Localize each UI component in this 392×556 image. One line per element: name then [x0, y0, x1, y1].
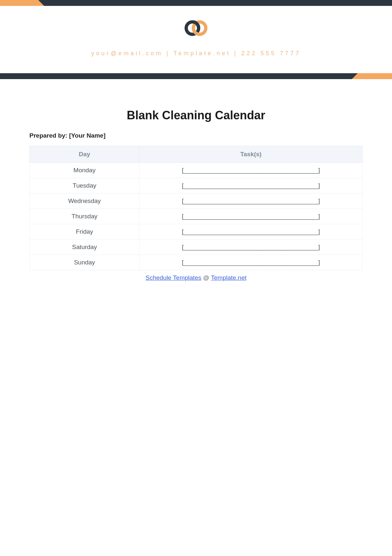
table-header-row: Day Task(s): [30, 146, 363, 163]
contact-info-line: your@email.com | Template.net | 222 555 …: [0, 50, 392, 57]
table-row: Tuesday [_______________________________…: [30, 178, 363, 194]
top-bar-orange-segment: [0, 0, 39, 6]
mid-decorative-bar: [0, 73, 392, 79]
schedule-templates-link[interactable]: Schedule Templates: [145, 274, 201, 281]
cell-task[interactable]: [_______________________________________…: [139, 163, 363, 178]
footer-attribution: Schedule Templates @ Template.net: [29, 274, 363, 281]
table-row: Wednesday [_____________________________…: [30, 194, 363, 209]
top-bar-dark-segment: [44, 0, 392, 6]
table-row: Friday [________________________________…: [30, 224, 363, 240]
cell-task[interactable]: [_______________________________________…: [139, 178, 363, 194]
cell-day: Monday: [30, 163, 139, 178]
cell-day: Tuesday: [30, 178, 139, 194]
col-header-tasks: Task(s): [139, 146, 363, 163]
cell-task[interactable]: [_______________________________________…: [139, 209, 363, 224]
table-row: Monday [________________________________…: [30, 163, 363, 178]
template-net-link[interactable]: Template.net: [211, 274, 247, 281]
mid-bar-dark-segment: [0, 73, 353, 79]
cell-task[interactable]: [_______________________________________…: [139, 194, 363, 209]
cell-day: Friday: [30, 224, 139, 240]
cell-task[interactable]: [_______________________________________…: [139, 224, 363, 240]
col-header-day: Day: [30, 146, 139, 163]
document-title: Blank Cleaning Calendar: [29, 109, 363, 122]
table-row: Thursday [______________________________…: [30, 209, 363, 224]
table-row: Saturday [______________________________…: [30, 240, 363, 255]
prepared-by-label: Prepared by:: [29, 132, 67, 139]
cell-day: Wednesday: [30, 194, 139, 209]
prepared-by-line: Prepared by: [Your Name]: [29, 132, 363, 139]
main-content: Blank Cleaning Calendar Prepared by: [Yo…: [0, 109, 392, 281]
table-row: Sunday [________________________________…: [30, 255, 363, 270]
cell-day: Sunday: [30, 255, 139, 270]
cell-day: Thursday: [30, 209, 139, 224]
cell-task[interactable]: [_______________________________________…: [139, 240, 363, 255]
interlocking-rings-logo-icon: [183, 19, 209, 39]
logo-container: [0, 19, 392, 39]
prepared-by-value: [Your Name]: [69, 132, 106, 139]
footer-at-separator: @: [201, 274, 211, 281]
cell-day: Saturday: [30, 240, 139, 255]
cell-task[interactable]: [_______________________________________…: [139, 255, 363, 270]
mid-bar-orange-segment: [358, 73, 392, 79]
top-decorative-bar: [0, 0, 392, 6]
cleaning-calendar-table: Day Task(s) Monday [____________________…: [29, 146, 363, 270]
